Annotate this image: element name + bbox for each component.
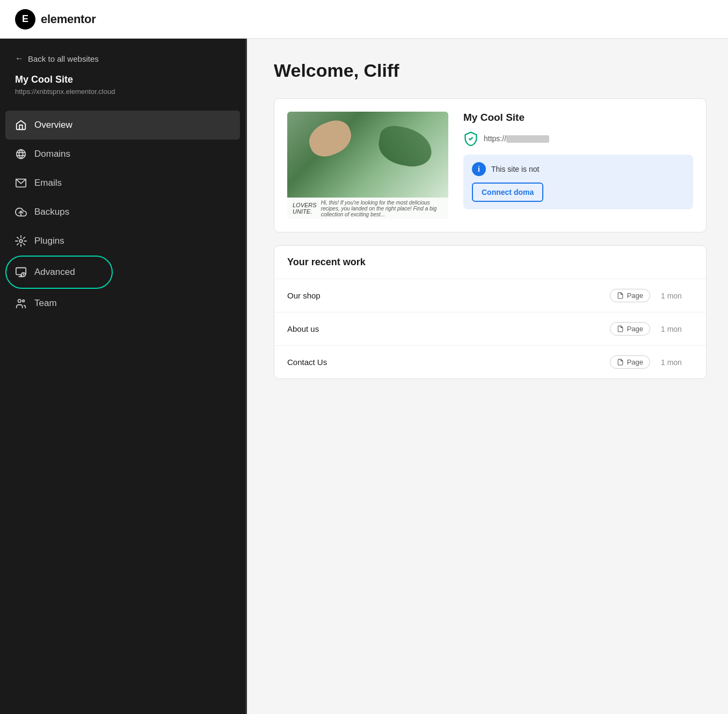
globe-icon [15, 148, 27, 160]
back-arrow-icon: ← [15, 54, 24, 63]
work-item-name: About us [287, 324, 599, 333]
sidebar-item-overview[interactable]: Overview [5, 111, 240, 140]
welcome-title: Welcome, Cliff [274, 60, 707, 81]
site-url-text: https:// [484, 134, 549, 143]
sidebar-site-info: My Cool Site https://xnbtspnx.elementor.… [0, 74, 245, 111]
cloud-backup-icon [15, 206, 27, 218]
page-label: Page [627, 325, 643, 333]
url-blurred [506, 135, 549, 143]
page-label: Page [627, 358, 643, 366]
url-row: https:// [463, 131, 693, 146]
plugins-icon [15, 235, 27, 247]
sidebar-item-emails[interactable]: Emails [0, 169, 245, 198]
work-row-contact[interactable]: Contact Us Page 1 mon [274, 346, 706, 378]
sidebar-item-label: Overview [34, 120, 72, 130]
info-row: i This site is not [472, 162, 685, 176]
svg-point-8 [18, 300, 21, 303]
food-overlay-text: LOVERS UNITE. Hi, this! If you're lookin… [287, 198, 448, 219]
connect-domain-button[interactable]: Connect doma [472, 183, 543, 202]
sidebar-item-backups[interactable]: Backups [0, 198, 245, 227]
sidebar-nav-list: Overview Domains Emails [0, 111, 245, 714]
sidebar-item-label: Plugins [34, 236, 64, 246]
site-card-details: My Cool Site https:// i This site is not [463, 112, 693, 219]
work-row-about[interactable]: About us Page 1 mon [274, 312, 706, 346]
food-image [287, 112, 448, 198]
main-content: Welcome, Cliff LOVERS UNITE. Hi, this! I… [247, 39, 728, 714]
elementor-logo-icon: E [15, 9, 35, 30]
work-item-name: Our shop [287, 291, 599, 300]
info-message: This site is not [491, 165, 539, 173]
page-badge: Page [610, 355, 650, 369]
recent-work-card: Your recent work Our shop Page 1 mon Abo… [274, 245, 707, 379]
main-layout: ← Back to all websites My Cool Site http… [0, 39, 728, 714]
info-icon: i [472, 162, 486, 176]
sidebar-item-label: Emails [34, 178, 62, 188]
page-badge: Page [610, 322, 650, 336]
sidebar-site-name: My Cool Site [15, 74, 230, 85]
logo-area: E elementor [15, 9, 96, 30]
work-item-name: Contact Us [287, 358, 599, 367]
site-overview-card: LOVERS UNITE. Hi, this! If you're lookin… [274, 98, 707, 232]
sidebar-item-label: Advanced [34, 267, 75, 278]
page-badge: Page [610, 289, 650, 302]
sidebar-item-domains[interactable]: Domains [0, 140, 245, 169]
svg-point-0 [17, 150, 26, 159]
sidebar-site-url: https://xnbtspnx.elementor.cloud [15, 88, 230, 96]
work-time: 1 mon [661, 292, 693, 300]
svg-point-3 [19, 239, 23, 243]
sidebar-item-label: Backups [34, 207, 69, 217]
back-label: Back to all websites [28, 54, 99, 63]
sidebar-item-advanced[interactable]: Advanced [0, 258, 245, 287]
page-icon [617, 359, 624, 366]
svg-point-9 [23, 300, 25, 302]
sidebar-item-label: Team [34, 298, 57, 309]
home-icon [15, 119, 27, 131]
mail-icon [15, 177, 27, 189]
sidebar-item-team[interactable]: Team [0, 289, 245, 318]
recent-work-title: Your recent work [274, 246, 706, 279]
work-time: 1 mon [661, 325, 693, 333]
page-label: Page [627, 292, 643, 300]
advanced-icon [15, 266, 27, 278]
work-row-shop[interactable]: Our shop Page 1 mon [274, 279, 706, 312]
work-time: 1 mon [661, 358, 693, 367]
sidebar-item-plugins[interactable]: Plugins [0, 227, 245, 256]
logo-text: elementor [41, 12, 96, 26]
site-card-name: My Cool Site [463, 112, 693, 123]
site-thumbnail: LOVERS UNITE. Hi, this! If you're lookin… [287, 112, 448, 219]
page-icon [617, 292, 624, 299]
back-to-websites-link[interactable]: ← Back to all websites [0, 39, 245, 74]
sidebar-item-label: Domains [34, 149, 70, 159]
sidebar: ← Back to all websites My Cool Site http… [0, 39, 247, 714]
team-icon [15, 297, 27, 309]
page-icon [617, 325, 624, 332]
top-header: E elementor [0, 0, 728, 39]
info-banner: i This site is not Connect doma [463, 155, 693, 209]
shield-check-icon [463, 131, 478, 146]
